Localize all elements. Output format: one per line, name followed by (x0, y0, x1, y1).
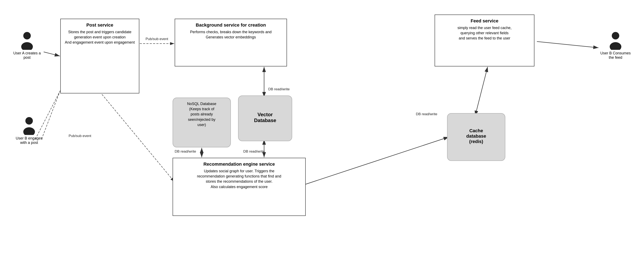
svg-line-12 (100, 92, 174, 182)
user-a: User A creates a post (10, 31, 44, 60)
svg-point-15 (21, 42, 33, 50)
post-service-title: Post service (63, 22, 136, 28)
db-rw-1-label: DB read/write (268, 87, 290, 91)
pub-sub-1-label: Pub/sub event (146, 37, 168, 41)
rec-engine-title: Recommendation engine service (176, 161, 303, 167)
user-b-engages: User B engageswith a post (10, 116, 48, 145)
user-b-consumes-label: User B Consumesthe feed (595, 51, 636, 60)
feed-service-box: Feed service simply read the user feed c… (434, 14, 534, 66)
db-rw-2-label: DB read/write (175, 149, 196, 154)
svg-line-3 (44, 52, 60, 56)
nosql-db-box: NoSQL Database(Keeps track ofposts alrea… (172, 98, 231, 147)
bg-service-text: Performs checks, breaks down the keyword… (190, 30, 272, 39)
rec-engine-box: Recommendation engine service Updates so… (172, 158, 306, 216)
pub-sub-2-label: Pub/sub event (68, 134, 91, 138)
user-b-engages-label: User B engageswith a post (10, 136, 48, 145)
user-a-label: User A creates a post (10, 51, 44, 60)
diagram: User A creates a post User B engageswith… (0, 0, 644, 268)
cache-db-title: Cachedatabase(redis) (466, 128, 486, 144)
feed-service-title: Feed service (438, 18, 532, 24)
post-service-box: Post service Stores the post and trigger… (60, 19, 139, 93)
db-rw-3-label: DB read/write (243, 149, 265, 154)
svg-line-6 (537, 41, 598, 48)
svg-point-18 (612, 32, 619, 39)
post-service-text: Stores the post and triggers candidate g… (65, 30, 135, 44)
svg-point-14 (23, 32, 31, 39)
cache-db-box: Cachedatabase(redis) (447, 113, 505, 161)
user-b-consumes-icon (608, 31, 623, 50)
nosql-db-text: NoSQL Database(Keeps track ofposts alrea… (187, 102, 216, 127)
svg-line-7 (475, 67, 488, 116)
svg-point-16 (25, 117, 33, 125)
svg-point-19 (610, 42, 621, 50)
svg-line-8 (304, 137, 449, 185)
bg-service-box: Background service for creation Performs… (175, 19, 287, 66)
vector-db-box: VectorDatabase (238, 96, 292, 141)
rec-engine-text: Updates social graph for user. Triggers … (197, 169, 281, 189)
bg-service-title: Background service for creation (178, 22, 284, 28)
svg-point-17 (23, 127, 35, 135)
vector-db-title: VectorDatabase (254, 112, 276, 123)
user-b-engages-icon (22, 116, 36, 135)
feed-service-text: simply read the user feed cache,querying… (458, 26, 512, 40)
db-rw-4-label: DB read/write (416, 112, 437, 116)
user-b-consumes: User B Consumesthe feed (595, 31, 636, 60)
user-a-icon (20, 31, 34, 50)
